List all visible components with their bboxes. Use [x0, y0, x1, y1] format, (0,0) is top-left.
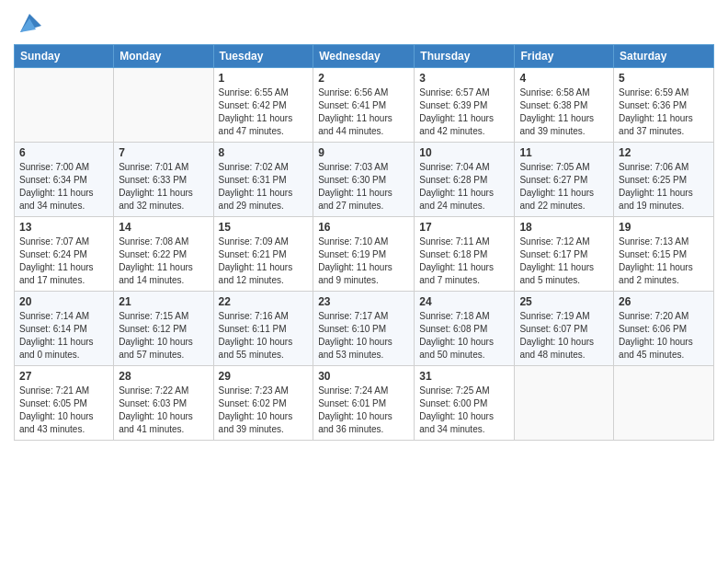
calendar-cell [614, 366, 714, 441]
day-info: Sunrise: 7:20 AM Sunset: 6:06 PM Dayligh… [619, 310, 709, 362]
calendar-cell: 14Sunrise: 7:08 AM Sunset: 6:22 PM Dayli… [114, 217, 213, 292]
week-row-4: 20Sunrise: 7:14 AM Sunset: 6:14 PM Dayli… [15, 292, 714, 366]
day-info: Sunrise: 6:56 AM Sunset: 6:41 PM Dayligh… [318, 86, 409, 138]
calendar-cell: 10Sunrise: 7:04 AM Sunset: 6:28 PM Dayli… [415, 143, 515, 217]
weekday-header-row: SundayMondayTuesdayWednesdayThursdayFrid… [15, 45, 714, 68]
calendar-cell: 5Sunrise: 6:59 AM Sunset: 6:36 PM Daylig… [614, 68, 714, 143]
day-number: 20 [19, 295, 108, 308]
day-info: Sunrise: 7:00 AM Sunset: 6:34 PM Dayligh… [19, 161, 108, 213]
day-number: 8 [219, 146, 309, 159]
day-number: 29 [219, 370, 309, 383]
day-info: Sunrise: 7:24 AM Sunset: 6:01 PM Dayligh… [318, 385, 409, 436]
day-info: Sunrise: 7:02 AM Sunset: 6:31 PM Dayligh… [219, 161, 309, 213]
week-row-5: 27Sunrise: 7:21 AM Sunset: 6:05 PM Dayli… [15, 366, 714, 441]
logo-icon [16, 9, 43, 37]
calendar-cell: 22Sunrise: 7:16 AM Sunset: 6:11 PM Dayli… [213, 292, 313, 366]
calendar-cell: 19Sunrise: 7:13 AM Sunset: 6:15 PM Dayli… [614, 217, 714, 292]
calendar-cell [15, 68, 114, 143]
weekday-header-monday: Monday [114, 45, 213, 68]
day-number: 23 [318, 295, 409, 308]
calendar-cell: 31Sunrise: 7:25 AM Sunset: 6:00 PM Dayli… [415, 366, 515, 441]
calendar-cell: 2Sunrise: 6:56 AM Sunset: 6:41 PM Daylig… [313, 68, 415, 143]
header [14, 9, 714, 37]
calendar-cell: 7Sunrise: 7:01 AM Sunset: 6:33 PM Daylig… [114, 143, 213, 217]
day-number: 11 [519, 146, 609, 159]
calendar-cell [114, 68, 213, 143]
day-number: 13 [19, 221, 108, 234]
day-info: Sunrise: 6:55 AM Sunset: 6:42 PM Dayligh… [219, 86, 309, 138]
calendar-cell: 8Sunrise: 7:02 AM Sunset: 6:31 PM Daylig… [213, 143, 313, 217]
day-number: 30 [318, 370, 409, 383]
weekday-header-saturday: Saturday [614, 45, 714, 68]
day-info: Sunrise: 7:19 AM Sunset: 6:07 PM Dayligh… [519, 310, 609, 362]
day-info: Sunrise: 7:22 AM Sunset: 6:03 PM Dayligh… [119, 385, 208, 436]
calendar: SundayMondayTuesdayWednesdayThursdayFrid… [14, 44, 714, 441]
calendar-cell: 18Sunrise: 7:12 AM Sunset: 6:17 PM Dayli… [515, 217, 614, 292]
day-number: 2 [318, 72, 409, 85]
calendar-cell: 16Sunrise: 7:10 AM Sunset: 6:19 PM Dayli… [313, 217, 415, 292]
day-info: Sunrise: 7:07 AM Sunset: 6:24 PM Dayligh… [19, 236, 108, 287]
day-info: Sunrise: 7:17 AM Sunset: 6:10 PM Dayligh… [318, 310, 409, 362]
day-number: 25 [519, 295, 609, 308]
day-info: Sunrise: 7:15 AM Sunset: 6:12 PM Dayligh… [119, 310, 208, 362]
calendar-cell: 28Sunrise: 7:22 AM Sunset: 6:03 PM Dayli… [114, 366, 213, 441]
day-info: Sunrise: 7:01 AM Sunset: 6:33 PM Dayligh… [119, 161, 208, 213]
page: SundayMondayTuesdayWednesdayThursdayFrid… [0, 0, 728, 454]
day-info: Sunrise: 7:12 AM Sunset: 6:17 PM Dayligh… [519, 236, 609, 287]
day-number: 27 [19, 370, 108, 383]
day-number: 21 [119, 295, 208, 308]
weekday-header-sunday: Sunday [15, 45, 114, 68]
day-number: 3 [419, 72, 509, 85]
calendar-cell: 26Sunrise: 7:20 AM Sunset: 6:06 PM Dayli… [614, 292, 714, 366]
day-number: 17 [419, 221, 509, 234]
week-row-2: 6Sunrise: 7:00 AM Sunset: 6:34 PM Daylig… [15, 143, 714, 217]
day-number: 5 [619, 72, 709, 85]
calendar-cell: 9Sunrise: 7:03 AM Sunset: 6:30 PM Daylig… [313, 143, 415, 217]
day-info: Sunrise: 7:13 AM Sunset: 6:15 PM Dayligh… [619, 236, 709, 287]
weekday-header-friday: Friday [515, 45, 614, 68]
calendar-cell [515, 366, 614, 441]
day-number: 16 [318, 221, 409, 234]
calendar-cell: 27Sunrise: 7:21 AM Sunset: 6:05 PM Dayli… [15, 366, 114, 441]
calendar-cell: 3Sunrise: 6:57 AM Sunset: 6:39 PM Daylig… [415, 68, 515, 143]
calendar-cell: 21Sunrise: 7:15 AM Sunset: 6:12 PM Dayli… [114, 292, 213, 366]
calendar-cell: 20Sunrise: 7:14 AM Sunset: 6:14 PM Dayli… [15, 292, 114, 366]
day-number: 28 [119, 370, 208, 383]
logo [14, 9, 43, 37]
day-number: 18 [519, 221, 609, 234]
day-number: 15 [219, 221, 309, 234]
calendar-cell: 1Sunrise: 6:55 AM Sunset: 6:42 PM Daylig… [213, 68, 313, 143]
day-info: Sunrise: 7:09 AM Sunset: 6:21 PM Dayligh… [219, 236, 309, 287]
calendar-cell: 12Sunrise: 7:06 AM Sunset: 6:25 PM Dayli… [614, 143, 714, 217]
calendar-cell: 25Sunrise: 7:19 AM Sunset: 6:07 PM Dayli… [515, 292, 614, 366]
weekday-header-tuesday: Tuesday [213, 45, 313, 68]
day-number: 14 [119, 221, 208, 234]
day-number: 10 [419, 146, 509, 159]
day-number: 1 [219, 72, 309, 85]
day-info: Sunrise: 7:06 AM Sunset: 6:25 PM Dayligh… [619, 161, 709, 213]
day-info: Sunrise: 7:03 AM Sunset: 6:30 PM Dayligh… [318, 161, 409, 213]
calendar-cell: 29Sunrise: 7:23 AM Sunset: 6:02 PM Dayli… [213, 366, 313, 441]
day-number: 9 [318, 146, 409, 159]
day-info: Sunrise: 7:10 AM Sunset: 6:19 PM Dayligh… [318, 236, 409, 287]
day-number: 4 [519, 72, 609, 85]
week-row-1: 1Sunrise: 6:55 AM Sunset: 6:42 PM Daylig… [15, 68, 714, 143]
day-info: Sunrise: 7:18 AM Sunset: 6:08 PM Dayligh… [419, 310, 509, 362]
day-number: 7 [119, 146, 208, 159]
calendar-cell: 15Sunrise: 7:09 AM Sunset: 6:21 PM Dayli… [213, 217, 313, 292]
day-info: Sunrise: 7:08 AM Sunset: 6:22 PM Dayligh… [119, 236, 208, 287]
weekday-header-wednesday: Wednesday [313, 45, 415, 68]
day-info: Sunrise: 7:21 AM Sunset: 6:05 PM Dayligh… [19, 385, 108, 436]
day-number: 31 [419, 370, 509, 383]
weekday-header-thursday: Thursday [415, 45, 515, 68]
day-info: Sunrise: 6:57 AM Sunset: 6:39 PM Dayligh… [419, 86, 509, 138]
day-number: 22 [219, 295, 309, 308]
day-number: 24 [419, 295, 509, 308]
calendar-cell: 23Sunrise: 7:17 AM Sunset: 6:10 PM Dayli… [313, 292, 415, 366]
day-info: Sunrise: 7:05 AM Sunset: 6:27 PM Dayligh… [519, 161, 609, 213]
day-number: 26 [619, 295, 709, 308]
calendar-cell: 4Sunrise: 6:58 AM Sunset: 6:38 PM Daylig… [515, 68, 614, 143]
day-info: Sunrise: 7:16 AM Sunset: 6:11 PM Dayligh… [219, 310, 309, 362]
day-info: Sunrise: 6:59 AM Sunset: 6:36 PM Dayligh… [619, 86, 709, 138]
day-info: Sunrise: 7:14 AM Sunset: 6:14 PM Dayligh… [19, 310, 108, 362]
